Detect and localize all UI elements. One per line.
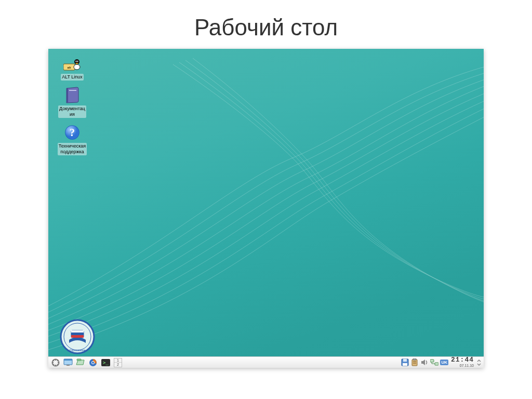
taskbar-left: >_ 1 2	[48, 357, 122, 368]
svg-rect-30	[77, 359, 81, 361]
desktop-icons: alt ALT Linux Доку	[54, 54, 91, 155]
slide-title: Рабочий стол	[194, 15, 338, 41]
file-manager-icon[interactable]	[75, 358, 86, 367]
clock-time: 21:44	[451, 357, 474, 363]
svg-text:alt: alt	[67, 66, 71, 69]
svg-rect-43	[430, 360, 434, 362]
browser-icon[interactable]	[88, 358, 98, 367]
svg-rect-14	[71, 330, 84, 332]
alt-linux-icon: alt	[63, 54, 82, 73]
support-icon: ?	[63, 123, 82, 142]
tray-expand-icon[interactable]	[476, 358, 482, 367]
volume-icon[interactable]	[420, 358, 429, 367]
clipboard-icon[interactable]	[410, 358, 419, 367]
svg-text:>_: >_	[103, 360, 109, 365]
svg-point-2	[74, 64, 80, 70]
svg-line-26	[57, 360, 58, 361]
svg-rect-15	[71, 332, 84, 335]
desktop-icon-support[interactable]: ? Техническая поддержка	[54, 123, 91, 155]
clock-date: 07.11.10	[460, 363, 474, 368]
desktop-icon-documentation[interactable]: Документац ия	[54, 86, 91, 118]
svg-rect-39	[412, 360, 417, 366]
network-icon[interactable]	[430, 358, 438, 367]
svg-line-25	[53, 364, 54, 365]
svg-line-23	[53, 360, 54, 361]
svg-rect-44	[435, 363, 438, 365]
taskbar: >_ 1 2 U	[48, 356, 484, 368]
svg-rect-38	[403, 363, 407, 366]
wallpaper-waves	[48, 49, 484, 368]
svg-text:«Образование»: «Образование»	[68, 349, 87, 352]
svg-rect-29	[66, 365, 70, 366]
workspace-pager: 1 2	[114, 358, 122, 367]
svg-point-5	[77, 61, 78, 62]
show-desktop-icon[interactable]	[63, 358, 73, 367]
desktop-icon-label: Документац ия	[58, 105, 86, 118]
svg-text:?: ?	[70, 127, 75, 138]
taskbar-clock[interactable]: 21:44 07.11.10	[450, 357, 475, 368]
workspace-1[interactable]: 1	[114, 358, 122, 363]
desktop-icon-label: ALT Linux	[61, 74, 84, 81]
taskbar-right: UK 21:44 07.11.10	[401, 357, 484, 368]
svg-line-24	[57, 364, 58, 365]
svg-rect-16	[71, 335, 84, 338]
svg-rect-37	[403, 359, 407, 362]
workspace-2[interactable]: 2	[114, 363, 122, 367]
svg-rect-6	[69, 90, 76, 91]
desktop-icon-alt-linux[interactable]: alt ALT Linux	[54, 54, 91, 81]
documentation-icon	[63, 86, 82, 104]
education-logo: «Образование»	[60, 319, 95, 354]
svg-rect-28	[64, 359, 72, 361]
svg-point-4	[76, 61, 77, 62]
start-menu-icon[interactable]	[50, 358, 61, 367]
desktop-screenshot: alt ALT Linux Доку	[48, 49, 484, 368]
desktop-icon-label: Техническая поддержка	[58, 143, 87, 155]
keyboard-layout-indicator[interactable]: UK	[440, 360, 448, 365]
save-device-icon[interactable]	[401, 358, 409, 367]
svg-point-33	[92, 362, 94, 364]
svg-rect-40	[413, 358, 416, 360]
terminal-icon[interactable]: >_	[100, 358, 111, 367]
